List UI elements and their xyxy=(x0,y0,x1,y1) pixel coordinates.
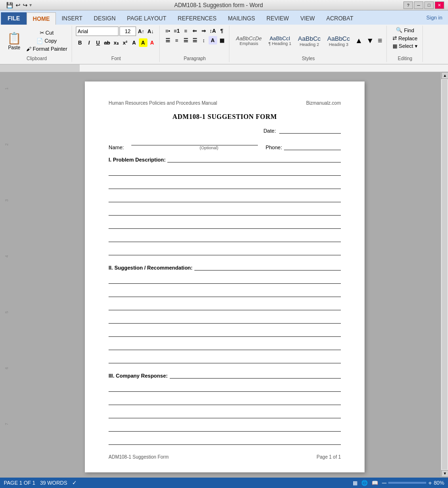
close-button[interactable]: ✕ xyxy=(435,1,444,9)
styles-expand[interactable]: ≡ xyxy=(376,36,384,45)
replace-button[interactable]: ⇄ Replace xyxy=(391,35,419,42)
vertical-scrollbar[interactable]: ▲ ▼ xyxy=(441,72,448,477)
tab-design[interactable]: DESIGN xyxy=(88,12,121,25)
word-count: 39 WORDS xyxy=(40,480,67,486)
blank-line-s6 xyxy=(109,341,341,350)
tab-acrobat[interactable]: ACROBAT xyxy=(320,12,359,25)
font-name-row: A↑ A↓ xyxy=(76,27,155,36)
decrease-indent-button[interactable]: ⇐ xyxy=(191,27,199,35)
quick-access-undo[interactable]: ↩ xyxy=(15,1,21,9)
styles-scroll-up[interactable]: ▲ xyxy=(354,36,364,45)
format-painter-button[interactable]: 🖌 Format Painter xyxy=(25,45,69,52)
tab-mailings[interactable]: MAILINGS xyxy=(222,12,261,25)
view-web-button[interactable]: 🌐 xyxy=(361,480,368,486)
superscript-button[interactable]: x² xyxy=(121,38,129,47)
header-left: Human Resources Policies and Procedures … xyxy=(109,100,217,106)
align-row: ☰ ≡ ☰ ☰ ↕ A ▦ xyxy=(164,36,226,45)
underline-button[interactable]: U xyxy=(94,38,102,47)
sort-button[interactable]: ↕A xyxy=(209,27,217,35)
style-heading1[interactable]: AaBbCcI ¶ Heading 1 xyxy=(265,35,294,47)
style-emphasis[interactable]: AaBbCcDe Emphasis xyxy=(233,35,265,47)
section-response: III. Company Response: xyxy=(109,371,341,445)
text-effects-button[interactable]: A xyxy=(130,38,138,47)
cut-button[interactable]: ✂ Cut xyxy=(25,29,69,36)
show-hide-button[interactable]: ¶ xyxy=(218,27,226,35)
quick-access-save[interactable]: 💾 xyxy=(6,1,14,9)
blank-line-p6 xyxy=(109,233,341,242)
tab-page-layout[interactable]: PAGE LAYOUT xyxy=(121,12,172,25)
tab-home[interactable]: HOME xyxy=(27,12,56,25)
section-response-label: III. Company Response: xyxy=(109,373,168,379)
paste-button[interactable]: 📋 Paste xyxy=(5,27,24,55)
word-page[interactable]: Human Resources Policies and Procedures … xyxy=(85,81,365,472)
numbering-button[interactable]: ≡1 xyxy=(173,27,181,35)
blank-line-p4 xyxy=(109,206,341,216)
blank-line-s4 xyxy=(109,314,341,324)
name-label: Name: xyxy=(109,145,124,150)
style-heading2[interactable]: AaBbCc Heading 2 xyxy=(295,34,324,48)
proofing-icon[interactable]: ✓ xyxy=(72,479,77,486)
sign-in-link[interactable]: Sign in xyxy=(421,15,447,20)
tab-view[interactable]: VIEW xyxy=(294,12,320,25)
section-problem: I. Problem Description: xyxy=(109,155,341,255)
style-heading3[interactable]: AaBbCc Heading 3 xyxy=(324,34,353,48)
zoom-out-button[interactable]: ─ xyxy=(382,479,386,487)
align-center-button[interactable]: ≡ xyxy=(173,36,181,45)
tab-review[interactable]: REVIEW xyxy=(261,12,294,25)
align-right-button[interactable]: ☰ xyxy=(182,36,190,45)
highlight-button[interactable]: A xyxy=(139,38,147,47)
scroll-thumb[interactable] xyxy=(442,80,448,470)
font-color-button[interactable]: A xyxy=(148,38,156,47)
multilevel-list-button[interactable]: ≡ xyxy=(182,27,190,35)
group-font: A↑ A↓ B I U ab x₂ x² A A A Font xyxy=(73,26,160,62)
line-spacing-button[interactable]: ↕ xyxy=(200,36,208,45)
border-button[interactable]: ▦ xyxy=(218,36,226,45)
ruler-num-3: 3 xyxy=(4,199,9,201)
scroll-up-arrow[interactable]: ▲ xyxy=(441,72,448,79)
bold-button[interactable]: B xyxy=(76,38,84,47)
blank-line-s7 xyxy=(109,354,341,363)
find-button[interactable]: 🔍 Find xyxy=(394,27,416,34)
status-bar: PAGE 1 OF 1 39 WORDS ✓ ▦ 🌐 📖 ─ + 80% xyxy=(0,478,448,488)
shading-button[interactable]: A xyxy=(209,36,217,45)
font-controls: A↑ A↓ B I U ab x₂ x² A A A xyxy=(76,27,156,55)
font-name-input[interactable] xyxy=(76,27,119,36)
editing-buttons: 🔍 Find ⇄ Replace ▦ Select ▾ xyxy=(391,27,420,55)
quick-access-toolbar: 💾 ↩ ↪ ▾ xyxy=(4,1,34,9)
copy-button[interactable]: 📄 Copy xyxy=(25,37,69,45)
zoom-control: ─ + 80% xyxy=(382,479,444,487)
section-response-line xyxy=(170,371,341,379)
blank-line-r4 xyxy=(109,422,341,432)
zoom-in-button[interactable]: + xyxy=(428,479,432,487)
help-button[interactable]: ? xyxy=(403,1,413,9)
blank-line-p3 xyxy=(109,193,341,202)
tab-references[interactable]: REFERENCES xyxy=(172,12,222,25)
justify-button[interactable]: ☰ xyxy=(191,36,199,45)
italic-button[interactable]: I xyxy=(85,38,93,47)
window-title: ADM108-1 Suggestion form - Word xyxy=(34,2,403,9)
ruler-num-4: 4 xyxy=(4,255,9,257)
zoom-slider[interactable] xyxy=(388,482,426,484)
quick-access-redo[interactable]: ↪ xyxy=(22,1,28,9)
bullets-button[interactable]: ≡• xyxy=(164,27,172,35)
subscript-button[interactable]: x₂ xyxy=(112,38,120,47)
font-size-input[interactable] xyxy=(119,27,136,36)
tab-file[interactable]: FILE xyxy=(1,12,27,25)
header-right: Bizmanualz.com xyxy=(306,100,341,106)
align-left-button[interactable]: ☰ xyxy=(164,36,172,45)
blank-line-s3 xyxy=(109,301,341,310)
increase-indent-button[interactable]: ⇒ xyxy=(200,27,208,35)
tab-insert[interactable]: INSERT xyxy=(56,12,88,25)
view-read-button[interactable]: 📖 xyxy=(372,480,378,486)
select-button[interactable]: ▦ Select ▾ xyxy=(391,43,420,50)
page-header: Human Resources Policies and Procedures … xyxy=(109,100,341,106)
maximize-button[interactable]: □ xyxy=(424,1,434,9)
blank-line-s2 xyxy=(109,288,341,297)
minimize-button[interactable]: ─ xyxy=(414,1,423,9)
font-grow-button[interactable]: A↑ xyxy=(137,27,146,36)
scroll-down-arrow[interactable]: ▼ xyxy=(441,470,448,477)
font-shrink-button[interactable]: A↓ xyxy=(146,27,155,36)
styles-scroll-down[interactable]: ▼ xyxy=(365,36,375,45)
view-print-button[interactable]: ▦ xyxy=(353,480,357,486)
strikethrough-button[interactable]: ab xyxy=(103,38,111,47)
